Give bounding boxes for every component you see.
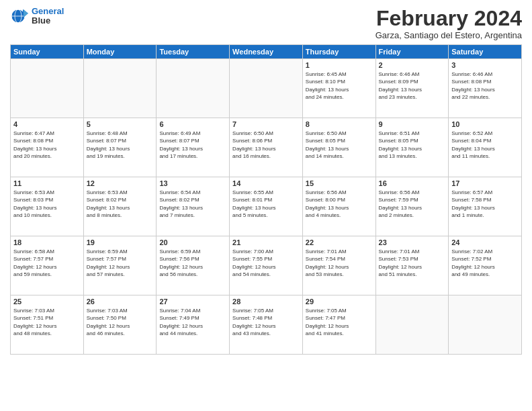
day-info: Sunrise: 6:46 AM Sunset: 8:08 PM Dayligh… (451, 71, 519, 101)
calendar-cell: 13Sunrise: 6:54 AM Sunset: 8:02 PM Dayli… (157, 177, 230, 236)
day-info: Sunrise: 7:03 AM Sunset: 7:51 PM Dayligh… (13, 307, 81, 337)
calendar-cell: 17Sunrise: 6:57 AM Sunset: 7:58 PM Dayli… (449, 177, 522, 236)
logo: General Blue (10, 7, 64, 26)
week-row-3: 18Sunrise: 6:58 AM Sunset: 7:57 PM Dayli… (11, 236, 522, 295)
day-info: Sunrise: 6:56 AM Sunset: 8:00 PM Dayligh… (306, 189, 373, 219)
day-number: 25 (13, 298, 81, 306)
day-info: Sunrise: 6:49 AM Sunset: 8:07 PM Dayligh… (159, 130, 226, 160)
week-row-1: 4Sunrise: 6:47 AM Sunset: 8:08 PM Daylig… (11, 118, 522, 177)
calendar-cell: 24Sunrise: 7:02 AM Sunset: 7:52 PM Dayli… (449, 236, 522, 295)
month-title: February 2024 (375, 7, 522, 30)
day-number: 17 (451, 179, 519, 187)
day-number: 5 (87, 120, 154, 128)
day-info: Sunrise: 6:59 AM Sunset: 7:56 PM Dayligh… (159, 248, 226, 278)
logo-icon (10, 7, 29, 26)
calendar-cell: 29Sunrise: 7:05 AM Sunset: 7:47 PM Dayli… (302, 295, 375, 355)
day-info: Sunrise: 7:03 AM Sunset: 7:50 PM Dayligh… (87, 307, 154, 337)
day-number: 24 (451, 238, 519, 246)
day-info: Sunrise: 6:59 AM Sunset: 7:57 PM Dayligh… (87, 248, 154, 278)
svg-marker-6 (24, 9, 28, 17)
calendar-cell: 2Sunrise: 6:46 AM Sunset: 8:09 PM Daylig… (375, 59, 449, 118)
calendar-cell: 19Sunrise: 6:59 AM Sunset: 7:57 PM Dayli… (83, 236, 157, 295)
subtitle: Garza, Santiago del Estero, Argentina (375, 30, 522, 40)
day-number: 9 (379, 120, 446, 128)
day-number: 1 (306, 61, 373, 69)
day-number: 6 (159, 120, 226, 128)
day-info: Sunrise: 6:45 AM Sunset: 8:10 PM Dayligh… (306, 71, 373, 101)
header-monday: Monday (83, 45, 157, 59)
day-number: 7 (232, 120, 300, 128)
day-info: Sunrise: 6:58 AM Sunset: 7:57 PM Dayligh… (13, 248, 81, 278)
calendar-cell: 21Sunrise: 7:00 AM Sunset: 7:55 PM Dayli… (230, 236, 303, 295)
day-info: Sunrise: 6:52 AM Sunset: 8:04 PM Dayligh… (451, 130, 519, 160)
day-number: 19 (87, 238, 154, 246)
day-number: 4 (13, 120, 81, 128)
day-number: 22 (306, 238, 373, 246)
day-number: 28 (232, 298, 300, 306)
day-info: Sunrise: 6:57 AM Sunset: 7:58 PM Dayligh… (451, 189, 519, 219)
calendar-cell: 1Sunrise: 6:45 AM Sunset: 8:10 PM Daylig… (302, 59, 375, 118)
header-saturday: Saturday (449, 45, 522, 59)
day-number: 11 (13, 179, 81, 187)
calendar-cell: 25Sunrise: 7:03 AM Sunset: 7:51 PM Dayli… (11, 295, 84, 355)
day-number: 18 (13, 238, 81, 246)
calendar-cell (230, 59, 303, 118)
day-info: Sunrise: 6:55 AM Sunset: 8:01 PM Dayligh… (232, 189, 300, 219)
day-info: Sunrise: 7:04 AM Sunset: 7:49 PM Dayligh… (159, 307, 226, 337)
day-info: Sunrise: 6:48 AM Sunset: 8:07 PM Dayligh… (87, 130, 154, 160)
header-sunday: Sunday (11, 45, 84, 59)
day-info: Sunrise: 7:02 AM Sunset: 7:52 PM Dayligh… (451, 248, 519, 278)
day-number: 23 (379, 238, 446, 246)
day-number: 14 (232, 179, 300, 187)
day-number: 27 (159, 298, 226, 306)
calendar-cell: 11Sunrise: 6:53 AM Sunset: 8:03 PM Dayli… (11, 177, 84, 236)
calendar-cell: 9Sunrise: 6:51 AM Sunset: 8:05 PM Daylig… (375, 118, 449, 177)
day-info: Sunrise: 6:50 AM Sunset: 8:05 PM Dayligh… (306, 130, 373, 160)
day-number: 15 (306, 179, 373, 187)
calendar-cell (83, 59, 157, 118)
calendar-cell: 22Sunrise: 7:01 AM Sunset: 7:54 PM Dayli… (302, 236, 375, 295)
header-row: Sunday Monday Tuesday Wednesday Thursday… (11, 45, 522, 59)
day-info: Sunrise: 7:01 AM Sunset: 7:54 PM Dayligh… (306, 248, 373, 278)
header-thursday: Thursday (302, 45, 375, 59)
calendar-cell (157, 59, 230, 118)
day-number: 12 (87, 179, 154, 187)
header-wednesday: Wednesday (230, 45, 303, 59)
header-friday: Friday (375, 45, 449, 59)
calendar-cell: 10Sunrise: 6:52 AM Sunset: 8:04 PM Dayli… (449, 118, 522, 177)
calendar-cell: 15Sunrise: 6:56 AM Sunset: 8:00 PM Dayli… (302, 177, 375, 236)
calendar-cell: 3Sunrise: 6:46 AM Sunset: 8:08 PM Daylig… (449, 59, 522, 118)
calendar-cell: 12Sunrise: 6:53 AM Sunset: 8:02 PM Dayli… (83, 177, 157, 236)
day-info: Sunrise: 6:54 AM Sunset: 8:02 PM Dayligh… (159, 189, 226, 219)
day-info: Sunrise: 6:47 AM Sunset: 8:08 PM Dayligh… (13, 130, 81, 160)
calendar-cell: 23Sunrise: 7:01 AM Sunset: 7:53 PM Dayli… (375, 236, 449, 295)
calendar-table: Sunday Monday Tuesday Wednesday Thursday… (10, 44, 522, 355)
week-row-4: 25Sunrise: 7:03 AM Sunset: 7:51 PM Dayli… (11, 295, 522, 355)
day-number: 20 (159, 238, 226, 246)
day-info: Sunrise: 6:50 AM Sunset: 8:06 PM Dayligh… (232, 130, 300, 160)
calendar-cell: 14Sunrise: 6:55 AM Sunset: 8:01 PM Dayli… (230, 177, 303, 236)
title-section: February 2024 Garza, Santiago del Estero… (375, 7, 522, 40)
calendar-cell: 7Sunrise: 6:50 AM Sunset: 8:06 PM Daylig… (230, 118, 303, 177)
calendar-cell (375, 295, 449, 355)
day-number: 2 (379, 61, 446, 69)
week-row-2: 11Sunrise: 6:53 AM Sunset: 8:03 PM Dayli… (11, 177, 522, 236)
day-number: 26 (87, 298, 154, 306)
calendar-cell: 28Sunrise: 7:05 AM Sunset: 7:48 PM Dayli… (230, 295, 303, 355)
calendar-cell: 26Sunrise: 7:03 AM Sunset: 7:50 PM Dayli… (83, 295, 157, 355)
day-info: Sunrise: 7:01 AM Sunset: 7:53 PM Dayligh… (379, 248, 446, 278)
header-tuesday: Tuesday (157, 45, 230, 59)
day-info: Sunrise: 7:05 AM Sunset: 7:47 PM Dayligh… (306, 307, 373, 337)
calendar-cell: 6Sunrise: 6:49 AM Sunset: 8:07 PM Daylig… (157, 118, 230, 177)
day-info: Sunrise: 7:05 AM Sunset: 7:48 PM Dayligh… (232, 307, 300, 337)
day-info: Sunrise: 6:46 AM Sunset: 8:09 PM Dayligh… (379, 71, 446, 101)
header: General Blue February 2024 Garza, Santia… (10, 7, 522, 40)
calendar-cell (449, 295, 522, 355)
calendar-cell: 8Sunrise: 6:50 AM Sunset: 8:05 PM Daylig… (302, 118, 375, 177)
calendar-cell: 5Sunrise: 6:48 AM Sunset: 8:07 PM Daylig… (83, 118, 157, 177)
calendar-cell: 27Sunrise: 7:04 AM Sunset: 7:49 PM Dayli… (157, 295, 230, 355)
day-number: 10 (451, 120, 519, 128)
day-info: Sunrise: 7:00 AM Sunset: 7:55 PM Dayligh… (232, 248, 300, 278)
day-number: 3 (451, 61, 519, 69)
day-info: Sunrise: 6:56 AM Sunset: 7:59 PM Dayligh… (379, 189, 446, 219)
